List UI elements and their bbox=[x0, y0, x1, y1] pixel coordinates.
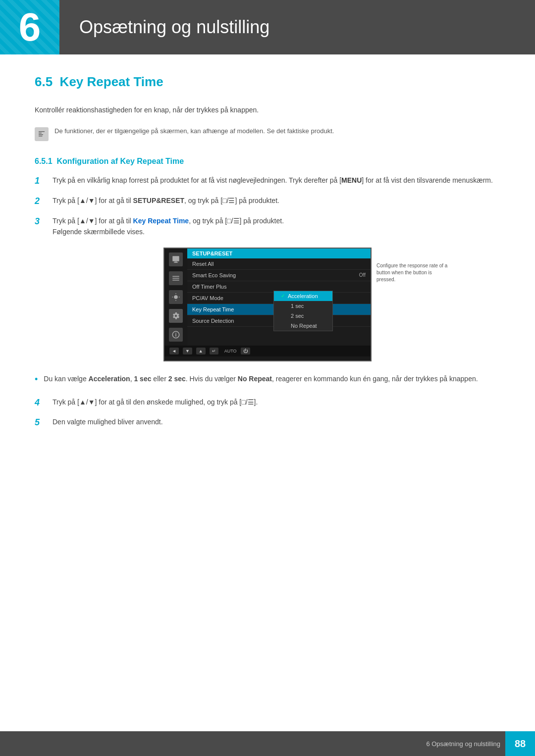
svg-rect-1 bbox=[174, 261, 177, 262]
screenshot-wrapper: SETUP&RESET Reset All Smart Eco Saving O… bbox=[163, 248, 372, 361]
svg-point-6 bbox=[174, 295, 178, 299]
sc-btn-enter: ↵ bbox=[210, 348, 218, 354]
sidebar-icon-2 bbox=[169, 271, 183, 285]
info-icon bbox=[37, 130, 46, 139]
svg-rect-5 bbox=[172, 280, 179, 281]
sc-item-reset: Reset All bbox=[187, 258, 371, 270]
step-2: 2 Tryk på [▲/▼] for at gå til SETUP&RESE… bbox=[35, 195, 500, 208]
step-5: 5 Den valgte mulighed bliver anvendt. bbox=[35, 416, 500, 430]
sc-sub-2sec: 2 sec bbox=[274, 311, 332, 321]
sc-bottom-bar: ◄ ▼ ▲ ↵ AUTO ⏻ bbox=[164, 346, 371, 356]
steps-list: 1 Tryk på en vilkårlig knap forrest på p… bbox=[35, 175, 500, 237]
screenshot: SETUP&RESET Reset All Smart Eco Saving O… bbox=[163, 248, 372, 361]
screenshot-menu: SETUP&RESET Reset All Smart Eco Saving O… bbox=[164, 249, 371, 346]
sc-header: SETUP&RESET bbox=[187, 249, 371, 258]
bullet-dot: • bbox=[35, 372, 38, 387]
svg-rect-4 bbox=[172, 278, 179, 279]
sc-sub-acceleration: ✓ Acceleration bbox=[274, 291, 332, 301]
steps-list-2: 4 Tryk på [▲/▼] for at gå til den ønsked… bbox=[35, 397, 500, 430]
step-4: 4 Tryk på [▲/▼] for at gå til den ønsked… bbox=[35, 397, 500, 410]
screenshot-container: SETUP&RESET Reset All Smart Eco Saving O… bbox=[35, 248, 500, 361]
sc-sub-norepeat: No Repeat bbox=[274, 321, 332, 331]
step-1: 1 Tryk på en vilkårlig knap forrest på p… bbox=[35, 175, 500, 188]
sc-btn-power: ⏻ bbox=[241, 348, 250, 354]
footer-text: 6 Opsætning og nulstilling bbox=[426, 740, 505, 748]
sc-auto-label: AUTO bbox=[224, 349, 237, 353]
sidebar-icon-5-info bbox=[169, 328, 183, 342]
svg-rect-13 bbox=[175, 333, 176, 334]
note-box: De funktioner, der er tilgængelige på sk… bbox=[35, 124, 500, 143]
sc-item-eco: Smart Eco Saving Off bbox=[187, 270, 371, 281]
svg-rect-0 bbox=[172, 256, 179, 261]
lines-icon bbox=[171, 274, 180, 283]
note-text: De funktioner, der er tilgængelige på sk… bbox=[54, 126, 334, 136]
chapter-number: 6 bbox=[0, 0, 59, 54]
sc-right-note: Configure the response rate of a button … bbox=[376, 262, 448, 283]
svg-rect-2 bbox=[174, 262, 178, 263]
intro-text: Kontrollér reaktionshastigheden for en k… bbox=[35, 104, 500, 115]
sc-item-pcav: PC/AV Mode ✓ Acceleration 1 sec bbox=[187, 293, 371, 304]
page-footer: 6 Opsætning og nulstilling 88 bbox=[0, 731, 535, 756]
footer-page-number: 88 bbox=[505, 731, 535, 756]
chapter-title: Opsætning og nulstilling bbox=[79, 17, 269, 38]
sidebar-icon-1 bbox=[169, 252, 183, 266]
note-icon bbox=[35, 127, 49, 141]
screenshot-content: SETUP&RESET Reset All Smart Eco Saving O… bbox=[187, 249, 371, 346]
brightness-icon bbox=[171, 293, 180, 302]
sidebar-icon-4-gear bbox=[169, 309, 183, 323]
bullet-item-1: • Du kan vælge Acceleration, 1 sec eller… bbox=[35, 373, 500, 387]
sc-sub-1sec: 1 sec bbox=[274, 301, 332, 311]
svg-rect-12 bbox=[175, 334, 176, 336]
svg-rect-3 bbox=[172, 276, 179, 277]
main-content: 6.5 Key Repeat Time Kontrollér reaktions… bbox=[0, 74, 535, 489]
step-3-sub: Følgende skærmbillede vises. bbox=[53, 228, 145, 236]
chapter-title-area: Opsætning og nulstilling bbox=[59, 0, 535, 54]
gear-icon bbox=[171, 311, 180, 320]
sc-submenu: ✓ Acceleration 1 sec 2 sec bbox=[273, 291, 333, 331]
step-5-text: Den valgte mulighed bliver anvendt. bbox=[53, 416, 500, 427]
subsection-heading: 6.5.1 Konfiguration af Key Repeat Time bbox=[35, 157, 500, 166]
screenshot-sidebar bbox=[164, 249, 187, 346]
step-3: 3 Tryk på [▲/▼] for at gå til Key Repeat… bbox=[35, 215, 500, 238]
sc-btn-left: ◄ bbox=[169, 348, 179, 354]
sidebar-icon-3 bbox=[169, 290, 183, 304]
sc-btn-up: ▲ bbox=[196, 348, 206, 354]
monitor-icon bbox=[171, 255, 180, 264]
chapter-header: 6 Opsætning og nulstilling bbox=[0, 0, 535, 54]
info-circle-icon bbox=[171, 330, 180, 339]
sc-btn-down: ▼ bbox=[183, 348, 192, 354]
bullet-section: • Du kan vælge Acceleration, 1 sec eller… bbox=[35, 373, 500, 387]
section-title: 6.5 Key Repeat Time bbox=[35, 74, 500, 93]
